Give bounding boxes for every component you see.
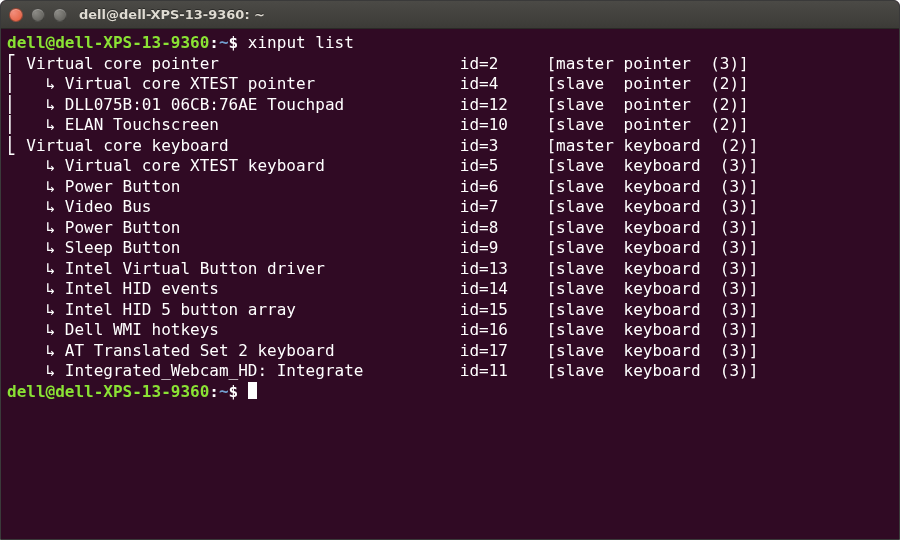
terminal-line: ⎜ ↳ Virtual core XTEST pointer id=4 [sla… xyxy=(7,74,893,95)
cursor xyxy=(248,382,257,399)
command-text: xinput list xyxy=(248,33,354,52)
terminal-line: ⎜ ↳ DLL075B:01 06CB:76AE Touchpad id=12 … xyxy=(7,95,893,116)
terminal-line: ↳ Intel HID events id=14 [slave keyboard… xyxy=(7,279,893,300)
terminal-body[interactable]: dell@dell-XPS-13-9360:~$ xinput list⎡ Vi… xyxy=(1,29,899,539)
terminal-line: dell@dell-XPS-13-9360:~$ xinput list xyxy=(7,33,893,54)
terminal-line: ⎡ Virtual core pointer id=2 [master poin… xyxy=(7,54,893,75)
prompt-userhost: dell@dell-XPS-13-9360 xyxy=(7,33,209,52)
terminal-line: ↳ Integrated_Webcam_HD: Integrate id=11 … xyxy=(7,361,893,382)
terminal-line: ↳ Power Button id=6 [slave keyboard (3)] xyxy=(7,177,893,198)
prompt-sep: : xyxy=(209,382,219,401)
terminal-line: ↳ Power Button id=8 [slave keyboard (3)] xyxy=(7,218,893,239)
minimize-icon[interactable] xyxy=(31,8,45,22)
terminal-line: ⎣ Virtual core keyboard id=3 [master key… xyxy=(7,136,893,157)
terminal-line: ↳ Dell WMI hotkeys id=16 [slave keyboard… xyxy=(7,320,893,341)
terminal-line: ↳ Intel HID 5 button array id=15 [slave … xyxy=(7,300,893,321)
prompt-userhost: dell@dell-XPS-13-9360 xyxy=(7,382,209,401)
terminal-line: ↳ Virtual core XTEST keyboard id=5 [slav… xyxy=(7,156,893,177)
terminal-line: ↳ Intel Virtual Button driver id=13 [sla… xyxy=(7,259,893,280)
window-title: dell@dell-XPS-13-9360: ~ xyxy=(79,7,265,22)
prompt-path: ~ xyxy=(219,33,229,52)
terminal-line: ↳ AT Translated Set 2 keyboard id=17 [sl… xyxy=(7,341,893,362)
terminal-line: ↳ Video Bus id=7 [slave keyboard (3)] xyxy=(7,197,893,218)
terminal-line: ↳ Sleep Button id=9 [slave keyboard (3)] xyxy=(7,238,893,259)
prompt-end: $ xyxy=(229,33,248,52)
prompt-end: $ xyxy=(229,382,248,401)
close-icon[interactable] xyxy=(9,8,23,22)
prompt-sep: : xyxy=(209,33,219,52)
terminal-line: dell@dell-XPS-13-9360:~$ xyxy=(7,382,893,403)
titlebar[interactable]: dell@dell-XPS-13-9360: ~ xyxy=(1,1,899,29)
terminal-line: ⎜ ↳ ELAN Touchscreen id=10 [slave pointe… xyxy=(7,115,893,136)
prompt-path: ~ xyxy=(219,382,229,401)
maximize-icon[interactable] xyxy=(53,8,67,22)
terminal-window: dell@dell-XPS-13-9360: ~ dell@dell-XPS-1… xyxy=(0,0,900,540)
